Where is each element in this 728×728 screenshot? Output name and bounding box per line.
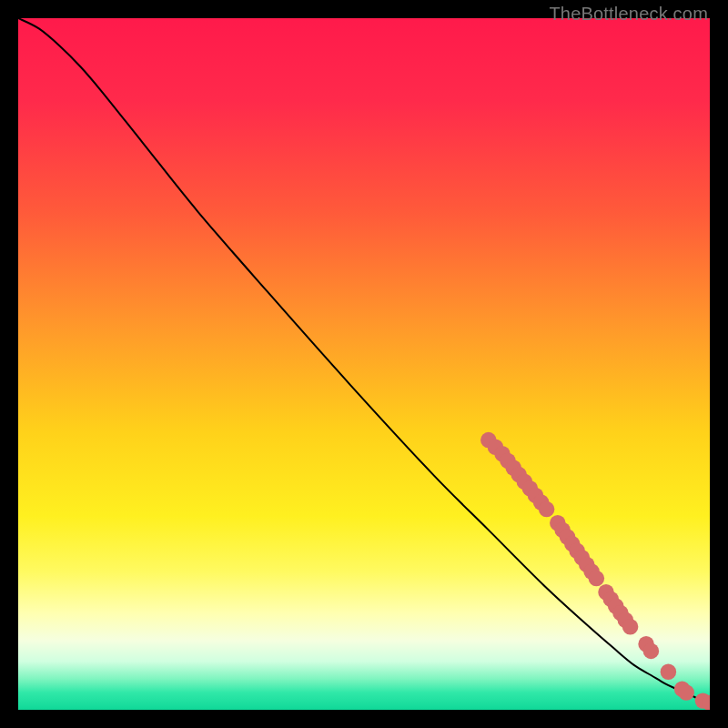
- plot-area: [18, 18, 710, 710]
- data-marker: [589, 571, 604, 586]
- watermark-text: TheBottleneck.com: [549, 4, 708, 25]
- data-marker: [643, 643, 659, 659]
- gradient-background: [18, 18, 710, 710]
- data-marker: [661, 663, 676, 679]
- chart-stage: TheBottleneck.com: [0, 0, 728, 728]
- data-marker: [678, 684, 693, 700]
- chart-svg: [18, 18, 710, 710]
- data-marker: [622, 619, 638, 634]
- data-marker: [539, 501, 554, 517]
